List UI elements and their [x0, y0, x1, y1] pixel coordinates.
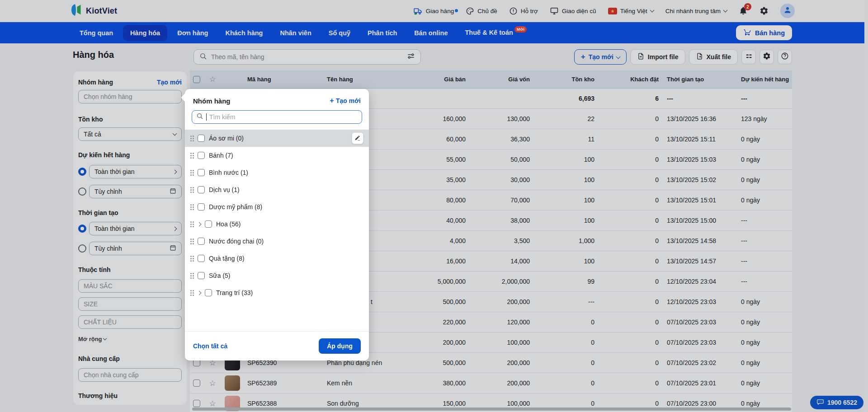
drag-handle-icon[interactable]	[190, 136, 192, 137]
group-label: Dược mỹ phẩm (8)	[209, 203, 262, 211]
group-checkbox[interactable]	[198, 255, 205, 262]
group-search-placeholder: Tìm kiếm	[209, 113, 236, 121]
group-item[interactable]: Quà tặng (8)	[185, 250, 369, 267]
group-item[interactable]: Dịch vụ (1)	[185, 181, 369, 198]
edit-group-button[interactable]	[352, 132, 363, 144]
drag-handle-icon[interactable]	[190, 187, 192, 188]
group-dropdown-panel: Nhóm hàng + Tạo mới Tìm kiếm Áo sơ mi (0…	[185, 89, 369, 360]
drag-handle-icon[interactable]	[190, 170, 192, 171]
group-item[interactable]: Sữa (5)	[185, 267, 369, 284]
group-label: Dịch vụ (1)	[209, 186, 240, 193]
expand-chevron-icon[interactable]	[197, 222, 202, 226]
group-checkbox[interactable]	[205, 220, 212, 228]
text-cursor	[206, 113, 207, 121]
select-all-link[interactable]: Chọn tất cả	[193, 342, 227, 350]
group-dropdown-title: Nhóm hàng	[193, 97, 231, 105]
plus-icon: +	[330, 97, 334, 105]
group-list: Áo sơ mi (0)Bánh (7)Bình nước (1)Dịch vụ…	[185, 130, 369, 301]
drag-handle-icon[interactable]	[190, 290, 192, 291]
drag-handle-icon[interactable]	[190, 273, 192, 274]
group-item[interactable]: Bình nước (1)	[185, 164, 369, 181]
drag-handle-icon[interactable]	[190, 153, 192, 154]
group-checkbox[interactable]	[205, 289, 212, 296]
group-checkbox[interactable]	[198, 169, 205, 176]
group-checkbox[interactable]	[198, 186, 205, 193]
group-label: Áo sơ mi (0)	[209, 135, 244, 142]
drag-handle-icon[interactable]	[190, 221, 192, 223]
group-checkbox[interactable]	[198, 272, 205, 279]
group-item[interactable]: Trang trí (33)	[185, 284, 369, 301]
group-label: Trang trí (33)	[216, 289, 253, 296]
apply-button[interactable]: Áp dụng	[319, 338, 361, 354]
create-group-label: Tạo mới	[336, 97, 361, 104]
group-label: Bánh (7)	[209, 152, 233, 159]
drag-handle-icon[interactable]	[190, 256, 192, 257]
group-label: Bình nước (1)	[209, 169, 248, 176]
group-checkbox[interactable]	[198, 203, 205, 211]
group-label: Hoa (56)	[216, 220, 241, 228]
group-label: Sữa (5)	[209, 272, 231, 279]
group-checkbox[interactable]	[198, 152, 205, 159]
group-item[interactable]: Nước đóng chai (0)	[185, 233, 369, 250]
search-icon	[196, 112, 203, 122]
group-checkbox[interactable]	[198, 238, 205, 245]
pencil-icon	[354, 135, 361, 141]
drag-handle-icon[interactable]	[190, 204, 192, 206]
group-search-input[interactable]: Tìm kiếm	[192, 110, 362, 124]
group-item[interactable]: Dược mỹ phẩm (8)	[185, 198, 369, 215]
group-item[interactable]: Bánh (7)	[185, 147, 369, 164]
group-item[interactable]: Áo sơ mi (0)	[185, 130, 369, 147]
group-label: Nước đóng chai (0)	[209, 238, 264, 245]
group-label: Quà tặng (8)	[209, 255, 245, 262]
drag-handle-icon[interactable]	[190, 239, 192, 240]
create-group-button[interactable]: + Tạo mới	[330, 97, 361, 105]
modal-dim-overlay[interactable]	[0, 0, 868, 412]
group-item[interactable]: Hoa (56)	[185, 215, 369, 233]
expand-chevron-icon[interactable]	[197, 290, 202, 295]
group-checkbox[interactable]	[198, 135, 205, 142]
